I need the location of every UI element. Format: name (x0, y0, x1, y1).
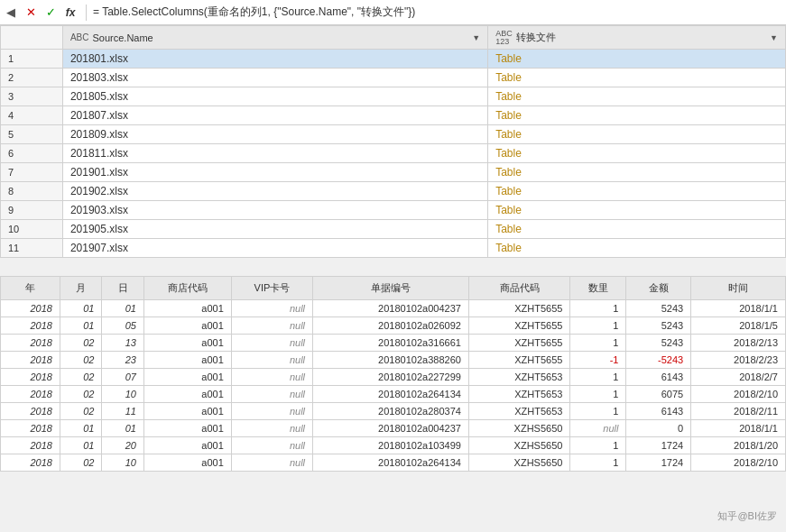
bottom-table-section: 年月日商店代码VIP卡号单据编号商品代码数里金额时间 20180101a001n… (0, 276, 786, 472)
bottom-cell: 20 (102, 437, 143, 454)
source-name-cell: 201901.xlsx (62, 163, 487, 182)
source-name-header[interactable]: ABC Source.Name ▼ (62, 26, 487, 50)
bottom-cell: 02 (60, 386, 101, 403)
bottom-cell: a001 (143, 420, 231, 437)
row-number: 2 (1, 69, 63, 87)
bottom-col-header-月[interactable]: 月 (60, 277, 101, 300)
source-name-cell: 201801.xlsx (62, 50, 487, 69)
bottom-cell: 2018/2/13 (691, 335, 786, 352)
data-detail-table: 年月日商店代码VIP卡号单据编号商品代码数里金额时间 20180101a001n… (0, 276, 786, 472)
fx-icon[interactable]: fx (61, 4, 79, 22)
table-row: 5201809.xlsxTable (1, 125, 786, 144)
bottom-cell: XZHT5655 (468, 335, 570, 352)
bottom-cell: 6143 (626, 403, 691, 420)
bottom-cell: 2018 (1, 335, 60, 352)
bottom-col-header-单据编号[interactable]: 单据编号 (313, 277, 469, 300)
bottom-cell: a001 (143, 403, 231, 420)
list-item: 20180101a001null20180102a004237XZHS5650n… (1, 420, 786, 437)
bottom-col-header-数里[interactable]: 数里 (570, 277, 626, 300)
bottom-cell: null (231, 369, 312, 386)
convert-file-cell[interactable]: Table (488, 87, 786, 106)
bottom-cell: null (231, 300, 312, 317)
formula-bar: ◀ ✕ ✓ fx = Table.SelectColumns(重命名的列1, {… (0, 0, 786, 25)
confirm-icon[interactable]: ✓ (42, 4, 60, 22)
bottom-col-header-年[interactable]: 年 (1, 277, 60, 300)
cancel-icon[interactable]: ✕ (22, 4, 40, 22)
nav-back-icon[interactable]: ◀ (4, 5, 18, 19)
bottom-col-header-日[interactable]: 日 (102, 277, 143, 300)
convert-file-cell[interactable]: Table (488, 50, 786, 69)
bottom-cell: XZHS5650 (468, 420, 570, 437)
bottom-cell: 07 (102, 369, 143, 386)
bottom-cell: 02 (60, 454, 101, 472)
bottom-col-header-商店代码[interactable]: 商店代码 (143, 277, 231, 300)
convert-file-cell[interactable]: Table (488, 106, 786, 125)
bottom-cell: null (231, 386, 312, 403)
bottom-cell: 02 (60, 369, 101, 386)
bottom-cell: 02 (60, 352, 101, 369)
table-header-row: ABC Source.Name ▼ ABC123 转换文件 ▼ (1, 26, 786, 50)
bottom-cell: a001 (143, 317, 231, 335)
bottom-cell: 2018/1/5 (691, 317, 786, 335)
source-name-cell: 201809.xlsx (62, 125, 487, 144)
bottom-cell: 02 (60, 335, 101, 352)
source-name-cell: 201903.xlsx (62, 201, 487, 220)
bottom-cell: null (231, 352, 312, 369)
convert-file-header[interactable]: ABC123 转换文件 ▼ (488, 26, 786, 50)
bottom-cell: 1 (570, 335, 626, 352)
bottom-cell: 2018/1/1 (691, 420, 786, 437)
bottom-cell: a001 (143, 300, 231, 317)
bottom-cell: a001 (143, 335, 231, 352)
row-number: 3 (1, 87, 63, 106)
bottom-cell: 23 (102, 352, 143, 369)
bottom-cell: 1 (570, 386, 626, 403)
convert-file-cell[interactable]: Table (488, 69, 786, 87)
row-number: 8 (1, 182, 63, 201)
bottom-cell: 2018/1/20 (691, 437, 786, 454)
abc-icon-source: ABC (70, 32, 89, 42)
source-name-dropdown-icon[interactable]: ▼ (472, 33, 480, 42)
bottom-cell: 2018 (1, 386, 60, 403)
bottom-cell: null (231, 420, 312, 437)
bottom-col-header-金额[interactable]: 金额 (626, 277, 691, 300)
list-item: 20180207a001null20180102a227299XZHT56531… (1, 369, 786, 386)
bottom-cell: null (231, 454, 312, 472)
bottom-cell: -5243 (626, 352, 691, 369)
convert-file-cell[interactable]: Table (488, 201, 786, 220)
bottom-cell: 1724 (626, 437, 691, 454)
bottom-cell: 20180102a103499 (313, 437, 469, 454)
convert-file-cell[interactable]: Table (488, 125, 786, 144)
bottom-cell: 20180102a264134 (313, 386, 469, 403)
bottom-cell: XZHT5653 (468, 386, 570, 403)
row-number: 5 (1, 125, 63, 144)
bottom-cell: 20180102a004237 (313, 300, 469, 317)
convert-file-cell[interactable]: Table (488, 144, 786, 163)
bottom-cell: 20180102a388260 (313, 352, 469, 369)
bottom-cell: 20180102a227299 (313, 369, 469, 386)
top-table-section: ABC Source.Name ▼ ABC123 转换文件 ▼ 1201801.… (0, 25, 786, 258)
convert-file-cell[interactable]: Table (488, 239, 786, 258)
bottom-cell: 01 (102, 420, 143, 437)
bottom-cell: 5243 (626, 300, 691, 317)
bottom-cell: -1 (570, 352, 626, 369)
bottom-cell: 2018 (1, 420, 60, 437)
table-row: 7201901.xlsxTable (1, 163, 786, 182)
table-row: 8201902.xlsxTable (1, 182, 786, 201)
convert-file-cell[interactable]: Table (488, 220, 786, 239)
source-name-cell: 201905.xlsx (62, 220, 487, 239)
bottom-cell: 2018/2/11 (691, 403, 786, 420)
row-number: 9 (1, 201, 63, 220)
bottom-col-header-VIP卡号[interactable]: VIP卡号 (231, 277, 312, 300)
formula-divider (86, 5, 87, 21)
convert-file-cell[interactable]: Table (488, 182, 786, 201)
bottom-cell: XZHT5653 (468, 369, 570, 386)
convert-file-cell[interactable]: Table (488, 163, 786, 182)
bottom-col-header-商品代码[interactable]: 商品代码 (468, 277, 570, 300)
list-item: 20180213a001null20180102a316661XZHT56551… (1, 335, 786, 352)
list-item: 20180101a001null20180102a004237XZHT56551… (1, 300, 786, 317)
row-number: 4 (1, 106, 63, 125)
bottom-col-header-时间[interactable]: 时间 (691, 277, 786, 300)
source-name-cell: 201902.xlsx (62, 182, 487, 201)
convert-file-dropdown-icon[interactable]: ▼ (770, 33, 778, 42)
bottom-cell: 13 (102, 335, 143, 352)
